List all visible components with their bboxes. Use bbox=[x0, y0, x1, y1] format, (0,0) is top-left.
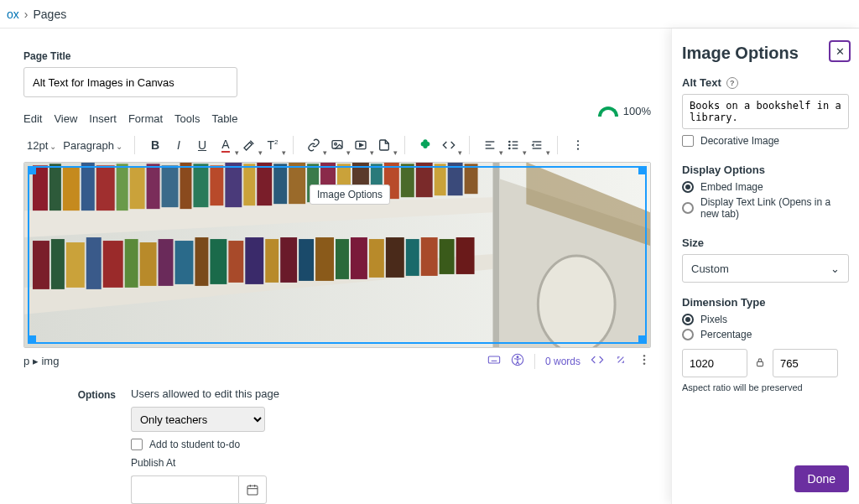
svg-point-86 bbox=[643, 355, 645, 356]
resize-handle-bl[interactable] bbox=[29, 335, 36, 342]
image-options-tooltip[interactable]: Image Options bbox=[310, 184, 390, 205]
chevron-down-icon: ⌄ bbox=[830, 262, 840, 275]
svg-point-85 bbox=[517, 356, 518, 358]
document-button[interactable] bbox=[372, 133, 396, 157]
page-title-label: Page Title bbox=[23, 50, 70, 62]
help-icon[interactable]: ? bbox=[726, 77, 738, 89]
svg-point-16 bbox=[577, 144, 579, 146]
svg-point-1 bbox=[335, 143, 337, 145]
svg-rect-93 bbox=[757, 361, 763, 366]
alt-text-label: Alt Text bbox=[682, 76, 721, 89]
panel-title: Image Options bbox=[682, 44, 849, 63]
menu-format[interactable]: Format bbox=[128, 112, 163, 125]
editor-menubar: Edit View Insert Format Tools Table bbox=[23, 112, 237, 125]
fullscreen-icon[interactable] bbox=[614, 353, 627, 369]
dimension-type-label: Dimension Type bbox=[682, 296, 849, 309]
close-button[interactable]: ✕ bbox=[829, 40, 851, 62]
outdent-button[interactable] bbox=[525, 133, 549, 157]
publish-at-input[interactable] bbox=[131, 475, 238, 504]
decorative-label: Decorative Image bbox=[700, 135, 779, 147]
menu-tools[interactable]: Tools bbox=[174, 112, 200, 125]
editor-toolbar: 12pt⌄ Paragraph⌄ B I U A T2 bbox=[23, 133, 651, 157]
link-button[interactable] bbox=[302, 133, 325, 157]
more-status-icon[interactable] bbox=[638, 353, 651, 369]
block-format-select[interactable]: Paragraph⌄ bbox=[60, 136, 126, 155]
editor-content[interactable]: Image Options bbox=[23, 162, 651, 348]
embed-image-label: Embed Image bbox=[700, 181, 763, 193]
a11y-gauge-icon bbox=[598, 107, 618, 117]
svg-rect-78 bbox=[488, 356, 499, 363]
add-todo-checkbox[interactable] bbox=[131, 439, 143, 450]
embed-button[interactable] bbox=[437, 133, 461, 157]
word-count[interactable]: 0 words bbox=[545, 356, 580, 367]
add-todo-label: Add to student to-do bbox=[149, 439, 240, 450]
size-label: Size bbox=[682, 236, 849, 249]
pixels-label: Pixels bbox=[700, 314, 727, 325]
percentage-radio[interactable] bbox=[682, 329, 694, 340]
pixels-radio[interactable] bbox=[682, 314, 694, 325]
svg-point-87 bbox=[643, 359, 645, 361]
bullet-list-button[interactable] bbox=[502, 133, 525, 157]
element-path[interactable]: p ▸ img bbox=[23, 355, 59, 367]
svg-point-8 bbox=[509, 144, 510, 145]
aspect-ratio-note: Aspect ratio will be preserved bbox=[682, 382, 849, 392]
svg-point-15 bbox=[577, 140, 579, 142]
alt-text-input[interactable] bbox=[682, 94, 849, 129]
menu-view[interactable]: View bbox=[54, 112, 77, 125]
keyboard-shortcuts-icon[interactable] bbox=[487, 353, 501, 369]
options-label: Options bbox=[23, 387, 116, 504]
done-button[interactable]: Done bbox=[794, 465, 849, 492]
html-view-icon[interactable] bbox=[591, 353, 604, 369]
breadcrumb-current: Pages bbox=[33, 8, 66, 21]
text-link-radio[interactable] bbox=[682, 202, 694, 214]
a11y-checker-icon[interactable] bbox=[511, 353, 524, 369]
resize-handle-tr[interactable] bbox=[638, 168, 645, 174]
text-color-button[interactable]: A bbox=[214, 133, 237, 157]
bold-button[interactable]: B bbox=[143, 133, 167, 157]
svg-point-88 bbox=[643, 363, 645, 365]
breadcrumb: ox › Pages bbox=[0, 0, 859, 29]
apps-button[interactable] bbox=[414, 133, 437, 157]
width-input[interactable] bbox=[682, 349, 747, 377]
svg-point-10 bbox=[509, 148, 510, 148]
image-options-panel: Image Options ✕ Alt Text ? Decorative Im… bbox=[671, 29, 859, 504]
resize-handle-tl[interactable] bbox=[29, 168, 36, 174]
menu-table[interactable]: Table bbox=[211, 112, 237, 125]
lock-icon[interactable] bbox=[754, 356, 766, 371]
embed-image-radio[interactable] bbox=[682, 181, 694, 193]
svg-rect-89 bbox=[247, 486, 258, 495]
calendar-icon[interactable] bbox=[238, 475, 267, 504]
svg-point-17 bbox=[577, 148, 579, 150]
percentage-label: Percentage bbox=[700, 329, 752, 340]
close-icon: ✕ bbox=[836, 45, 845, 58]
who-can-edit-select[interactable]: Only teachers bbox=[131, 407, 265, 432]
resize-handle-br[interactable] bbox=[638, 335, 645, 342]
image-button[interactable] bbox=[325, 133, 349, 157]
size-select[interactable]: Custom ⌄ bbox=[682, 254, 849, 283]
text-link-label: Display Text Link (Opens in a new tab) bbox=[700, 196, 849, 220]
highlight-button[interactable] bbox=[237, 133, 261, 157]
font-size-select[interactable]: 12pt⌄ bbox=[23, 136, 60, 155]
menu-edit[interactable]: Edit bbox=[23, 112, 42, 125]
display-options-label: Display Options bbox=[682, 164, 849, 176]
page-title-input[interactable] bbox=[23, 67, 237, 97]
decorative-checkbox[interactable] bbox=[682, 135, 694, 147]
align-button[interactable] bbox=[478, 133, 502, 157]
superscript-button[interactable]: T2 bbox=[261, 133, 284, 157]
height-input[interactable] bbox=[773, 349, 838, 377]
publish-at-label: Publish At bbox=[131, 457, 279, 469]
more-button[interactable] bbox=[566, 133, 590, 157]
svg-point-6 bbox=[509, 141, 510, 142]
media-button[interactable] bbox=[349, 133, 372, 157]
breadcrumb-prev[interactable]: ox bbox=[7, 8, 19, 21]
options-note: Users allowed to edit this page bbox=[131, 387, 279, 400]
underline-button[interactable]: U bbox=[190, 133, 214, 157]
chevron-right-icon: › bbox=[24, 8, 29, 21]
italic-button[interactable]: I bbox=[167, 133, 190, 157]
a11y-score: 100% bbox=[623, 105, 651, 117]
menu-insert[interactable]: Insert bbox=[89, 112, 117, 125]
